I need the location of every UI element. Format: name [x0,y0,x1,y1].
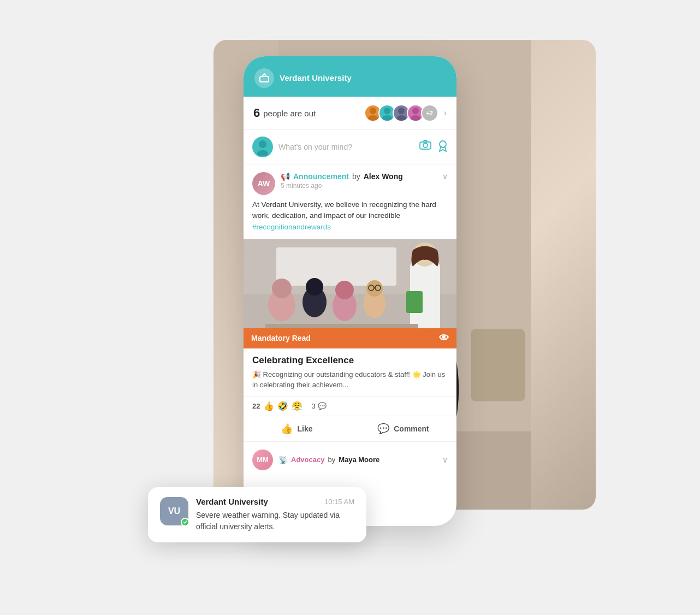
app-title: Verdant University [280,73,352,83]
post-excerpt: 🎉 Recognizing our outstanding educators … [244,369,456,396]
svg-point-24 [382,115,392,121]
feed-post-1-header: AW 📢 Announcement by Alex Wong ∨ 5 minut… [252,172,448,195]
eye-icon: 👁 [439,333,449,344]
svg-point-25 [398,108,405,114]
advocacy-by: by [328,456,335,464]
current-user-avatar [252,137,273,157]
reaction-count: 22 [252,402,260,410]
notification-message: Severe weather warning. Stay updated via… [196,510,354,533]
app-logo [254,68,274,88]
like-button[interactable]: 👍 Like [244,416,350,441]
svg-point-23 [384,108,390,114]
announcement-icon: 📢 [281,172,290,181]
svg-point-21 [370,108,376,114]
comment-button[interactable]: 💬 Comment [350,416,456,441]
avatar-plus: +2 [421,104,438,122]
post-chevron-down[interactable]: ∨ [442,172,448,181]
advocacy-label: Advocacy [291,456,324,464]
notification-sender-badge: VU [160,497,188,525]
post-title: Celebrating Excellence [244,348,456,369]
announcement-label: Announcement [293,172,349,181]
post-timestamp: 5 minutes ago [281,182,448,190]
post-meta: 📢 Announcement by Alex Wong ∨ 5 minutes … [281,172,448,190]
advocacy-meta: 📡 Advocacy by Maya Moore ∨ [278,456,448,464]
post-image-scene: Mandatory Read 👁 [244,239,456,348]
action-buttons: 👍 Like 💬 Comment [244,416,456,441]
svg-point-32 [423,143,428,147]
mandatory-read-bar: Mandatory Read 👁 [244,328,456,348]
svg-point-26 [396,115,406,121]
comment-label: Comment [394,424,429,433]
notification-sender: Verdant University [196,497,268,506]
comment-icon: 💬 [377,423,389,435]
people-out-chevron: › [444,108,447,118]
svg-point-41 [306,278,323,295]
svg-point-33 [440,141,446,147]
like-label: Like [297,424,312,433]
people-out-bar[interactable]: 6 people are out +2 › [244,97,456,130]
feed-post-2-preview[interactable]: MM 📡 Advocacy by Maya Moore ∨ [244,441,456,476]
post-input-bar[interactable]: What's on your mind? [244,130,456,164]
svg-rect-51 [406,291,423,313]
post-hashtag[interactable]: #recognitionandrewards [252,223,331,231]
post-image: Mandatory Read 👁 [244,239,456,348]
svg-point-43 [335,281,354,299]
scene: Verdant University 6 people are out +2 [50,40,650,575]
post-placeholder[interactable]: What's on your mind? [278,143,414,151]
camera-icon[interactable] [419,140,431,155]
svg-point-22 [368,115,378,121]
advocacy-chevron-down: ∨ [442,456,448,464]
comment-count-area: 3 💬 [311,402,326,410]
advocacy-author: Maya Moore [339,456,379,464]
post-author-name: Alex Wong [364,172,403,181]
advocacy-author-avatar: MM [252,450,273,470]
feed-post-1: AW 📢 Announcement by Alex Wong ∨ 5 minut… [244,164,456,233]
phone-mockup: Verdant University 6 people are out +2 [244,56,456,526]
by-text: by [352,172,360,181]
mandatory-read-label: Mandatory Read [251,334,311,342]
post-body-text: At Verdant University, we believe in rec… [252,200,436,220]
advocacy-icon: 📡 [278,456,288,464]
post-action-icons [419,140,448,155]
reactions-bar: 22 👍 🤣 😤 3 💬 [244,396,456,416]
thumbs-up-emoji: 👍 [263,401,274,411]
comment-count-num: 3 [311,402,315,410]
comment-bubble-icon: 💬 [318,402,327,410]
notification-header: Verdant University 10:15 AM [196,497,354,506]
svg-point-28 [411,115,420,121]
avatar-stack: +2 [364,104,438,122]
svg-point-39 [272,279,292,298]
like-icon: 👍 [281,423,293,435]
post-body: At Verdant University, we believe in rec… [252,199,448,233]
notification-card: VU Verdant University 10:15 AM Severe we… [148,487,366,542]
award-icon[interactable] [438,140,448,155]
post-meta-top: 📢 Announcement by Alex Wong ∨ [281,172,448,181]
svg-point-29 [259,140,266,148]
people-out-text: people are out [263,109,364,118]
vu-badge-text: VU [168,506,180,516]
notification-content: Verdant University 10:15 AM Severe weath… [196,497,354,533]
post-author-avatar: AW [252,172,275,195]
app-header: Verdant University [244,56,456,97]
svg-point-27 [412,108,419,114]
svg-rect-36 [276,247,396,286]
notification-green-dot [181,518,189,527]
svg-rect-16 [471,329,525,401]
svg-point-30 [257,150,268,156]
people-out-count: 6 [253,106,260,120]
laugh-emoji: 🤣 [277,401,288,411]
exhaust-emoji: 😤 [292,401,302,411]
notification-time: 10:15 AM [324,498,354,506]
